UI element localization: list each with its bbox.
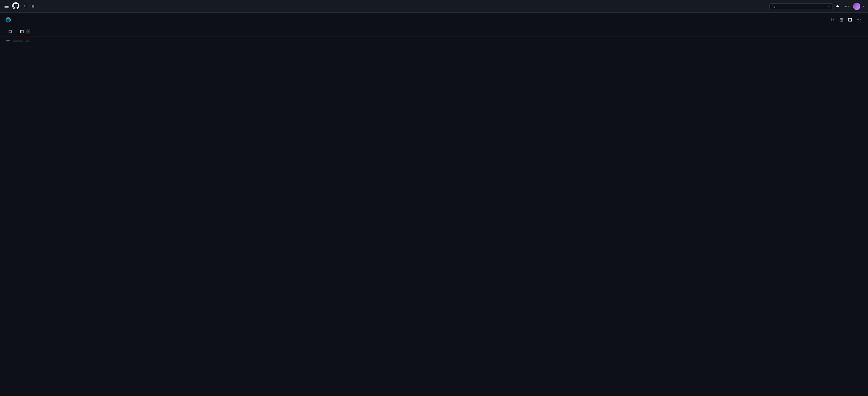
table-icon <box>840 18 843 22</box>
board-icon <box>848 18 852 22</box>
hamburger-button[interactable] <box>4 4 9 9</box>
breadcrumb-board-icon: ⊞ <box>31 4 34 8</box>
search-bar[interactable] <box>770 3 833 9</box>
top-nav: / / ⊞ <box>0 0 868 13</box>
more-options-button[interactable] <box>855 16 863 23</box>
breadcrumb-sep1: / <box>24 4 25 8</box>
search-icon <box>772 5 775 8</box>
search-shortcut <box>828 6 830 7</box>
board-view-button[interactable] <box>846 16 854 23</box>
tab-current-sprint[interactable]: ▾ <box>17 27 33 36</box>
tab-dropdown-arrow[interactable]: ▾ <box>26 29 30 33</box>
github-logo <box>12 2 20 10</box>
insights-button[interactable] <box>829 16 837 23</box>
header-actions <box>829 16 863 23</box>
globe-icon: 🌐 <box>5 17 11 22</box>
new-view-button[interactable] <box>34 29 41 34</box>
filter-count <box>26 40 30 42</box>
filter-icon <box>6 39 10 43</box>
filter-bar <box>0 36 868 47</box>
chevron-down-icon <box>848 5 850 7</box>
board-tab-icon <box>20 30 24 33</box>
notifications-button[interactable] <box>835 3 841 9</box>
nav-right <box>770 3 864 10</box>
avatar-chevron-icon <box>862 5 864 7</box>
notification-dot <box>838 4 840 6</box>
tab-backlog[interactable] <box>5 28 16 36</box>
breadcrumb: / / ⊞ <box>22 4 36 8</box>
chart-icon <box>831 18 835 22</box>
breadcrumb-sep2: / <box>29 4 29 8</box>
kebab-icon <box>857 18 861 22</box>
filter-chip[interactable] <box>13 40 23 42</box>
project-header: 🌐 <box>0 13 868 27</box>
board <box>0 47 868 394</box>
avatar-button[interactable] <box>853 3 860 10</box>
filter-button[interactable] <box>5 39 11 44</box>
add-button[interactable] <box>843 3 851 9</box>
table-tab-icon <box>8 30 12 33</box>
plus-icon <box>844 4 848 8</box>
tabs-bar: ▾ <box>0 27 868 36</box>
table-view-button[interactable] <box>838 16 845 23</box>
